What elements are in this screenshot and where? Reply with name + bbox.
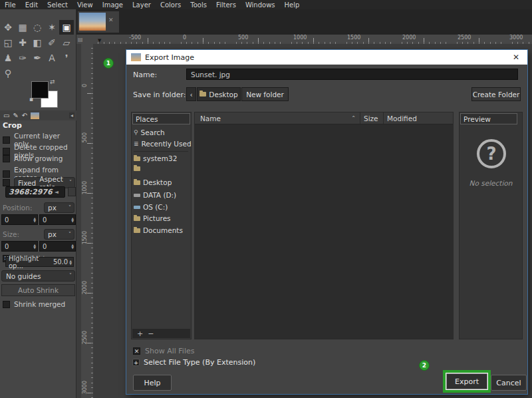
column-header-name[interactable]: Name ⌃ (195, 114, 360, 122)
expand-from-center-checkbox[interactable] (3, 170, 10, 178)
help-button[interactable]: Help (133, 375, 172, 391)
places-item-data-drive[interactable]: DATA (D:) (134, 191, 176, 199)
column-header-size[interactable]: Size (360, 112, 383, 124)
export-button[interactable]: Export (446, 373, 487, 389)
places-item-desktop[interactable]: Desktop (134, 178, 172, 186)
position-unit-dropdown[interactable]: px ˅ (44, 202, 74, 213)
file-type-expander[interactable]: + Select File Type (By Extension) (132, 358, 255, 367)
delete-cropped-pixels-checkbox[interactable] (3, 148, 10, 155)
heal-tool[interactable]: ✚ (15, 35, 30, 50)
menu-tools[interactable]: Tools (186, 1, 211, 9)
fixed-checkbox[interactable] (3, 179, 10, 186)
ruler-label: 1000 (82, 181, 88, 194)
ruler-label: -500 (129, 35, 141, 41)
breadcrumb-new-folder-button[interactable]: New folder (241, 87, 289, 101)
menu-image[interactable]: Image (98, 1, 128, 9)
paintbrush-tool[interactable]: ✐ (45, 35, 59, 50)
menu-view[interactable]: View (72, 1, 98, 9)
remove-bookmark-button[interactable]: − (148, 329, 154, 338)
fixed-label: Fixed (18, 179, 36, 187)
option-allow-growing[interactable]: Allow growing (3, 154, 63, 162)
zoom-tool[interactable]: ⚲ (1, 66, 15, 81)
places-item-documents[interactable]: Documents (134, 226, 183, 234)
places-separator (134, 151, 188, 152)
bucket-fill-tool[interactable]: ◧ (30, 35, 45, 50)
image-thumbnail-tab-icon[interactable] (31, 112, 39, 119)
size-unit-dropdown[interactable]: px ˅ (44, 229, 74, 240)
foreground-color-swatch[interactable] (31, 81, 49, 99)
places-item-unnamed[interactable] (134, 166, 143, 171)
places-item-search[interactable]: ⚲ Search (134, 128, 165, 136)
show-all-files-checkbox[interactable]: ✕ (133, 347, 140, 355)
highlight-opacity-value: 50.0 (53, 258, 68, 266)
places-item-os-drive[interactable]: OS (C:) (134, 203, 168, 211)
position-label: Position: (3, 204, 32, 212)
filename-value: Sunset. jpg (187, 71, 230, 79)
breadcrumb-back-button[interactable]: ‹ (186, 87, 196, 101)
ruler-corner[interactable]: ▤ (76, 35, 93, 44)
file-list[interactable]: Name ⌃ Size Modified (194, 112, 454, 339)
free-select-tool[interactable]: ◌ (30, 20, 45, 35)
cancel-button[interactable]: Cancel (491, 375, 527, 391)
ruler-label: 0 (183, 35, 186, 41)
image-tab-close-icon[interactable]: ✕ (108, 17, 114, 23)
text-tool[interactable]: A (45, 51, 59, 65)
places-item-pictures[interactable]: Pictures (134, 214, 171, 222)
auto-shrink-button[interactable]: Auto Shrink (1, 284, 75, 296)
size-width-spinner[interactable]: 0 ▲▼ (1, 241, 38, 252)
dock-collapse-icon[interactable]: ◂ (69, 112, 74, 118)
fuzzy-select-tool[interactable]: ✶ (45, 20, 59, 35)
move-tool[interactable]: ✥ (1, 20, 15, 35)
create-folder-button[interactable]: Create Folder (471, 87, 521, 101)
aspect-ratio-field[interactable]: 3968:2976 ◄ (5, 186, 65, 198)
menu-layer[interactable]: Layer (128, 1, 156, 9)
undo-history-tab-icon[interactable]: ↶ (22, 112, 27, 119)
menu-windows[interactable]: Windows (241, 1, 280, 9)
recent-icon: ≣ (134, 140, 139, 147)
color-picker-tool[interactable]: ❜ (59, 51, 74, 65)
position-x-value: 0 (2, 216, 9, 224)
size-height-spinner[interactable]: 0 ▲▼ (39, 241, 76, 252)
guides-dropdown[interactable]: No guides ˅ (1, 270, 75, 282)
breadcrumb-desktop-button[interactable]: Desktop (197, 87, 241, 101)
annotation-badge-1: 1 (103, 58, 114, 69)
close-icon[interactable]: ✕ (513, 53, 519, 62)
menu-edit[interactable]: Edit (21, 1, 43, 9)
places-item-system32[interactable]: system32 (134, 154, 177, 162)
transform-tool[interactable]: ◱ (1, 35, 15, 50)
shrink-merged-checkbox[interactable] (3, 301, 10, 308)
default-colors-icon[interactable]: ▪ (29, 96, 33, 102)
filename-input[interactable]: Sunset. jpg (186, 69, 518, 80)
position-x-spinner[interactable]: 0 ▲▼ (1, 214, 38, 225)
menu-select[interactable]: Select (43, 1, 72, 9)
crop-tool[interactable]: ▣ (59, 20, 74, 35)
image-tab[interactable]: ✕ (78, 11, 119, 33)
dialog-title-bar[interactable]: Export Image ✕ (126, 50, 527, 65)
eraser-tool[interactable]: ▱ (59, 35, 74, 50)
tool-options-tab-icon[interactable]: ▭ (3, 112, 9, 119)
create-folder-label: Create Folder (473, 91, 520, 99)
position-y-spinner[interactable]: 0 ▲▼ (39, 214, 76, 225)
ratio-clear-icon[interactable]: ◄ (55, 189, 59, 195)
places-item-recently-used[interactable]: ≣ Recently Used (134, 140, 192, 148)
rectangle-select-tool[interactable]: ▦ (15, 20, 30, 35)
paths-tool[interactable]: ✒ (30, 51, 45, 65)
chevron-down-icon: ˅ (68, 232, 74, 238)
menu-help[interactable]: Help (280, 1, 305, 9)
menu-filters[interactable]: Filters (211, 1, 241, 9)
swap-colors-icon[interactable]: ⇄ (50, 79, 55, 85)
menu-colors[interactable]: Colors (156, 1, 186, 9)
smudge-tool[interactable]: ✑ (15, 51, 30, 65)
ruler-pointer-icon: ▼ (98, 38, 101, 43)
search-icon: ⚲ (134, 129, 138, 136)
device-status-tab-icon[interactable]: ✎ (13, 112, 18, 119)
allow-growing-checkbox[interactable] (3, 155, 10, 162)
highlight-opacity-slider[interactable]: Highlight op... 50.0 ▲▼ (5, 257, 74, 267)
folder-icon (134, 156, 140, 161)
column-header-modified[interactable]: Modified (383, 112, 453, 124)
add-bookmark-button[interactable]: + (137, 329, 143, 338)
column-label: Size (364, 114, 378, 122)
current-layer-only-checkbox[interactable] (3, 136, 10, 144)
clone-tool[interactable]: ♟ (1, 51, 15, 65)
menu-file[interactable]: File (0, 1, 21, 9)
